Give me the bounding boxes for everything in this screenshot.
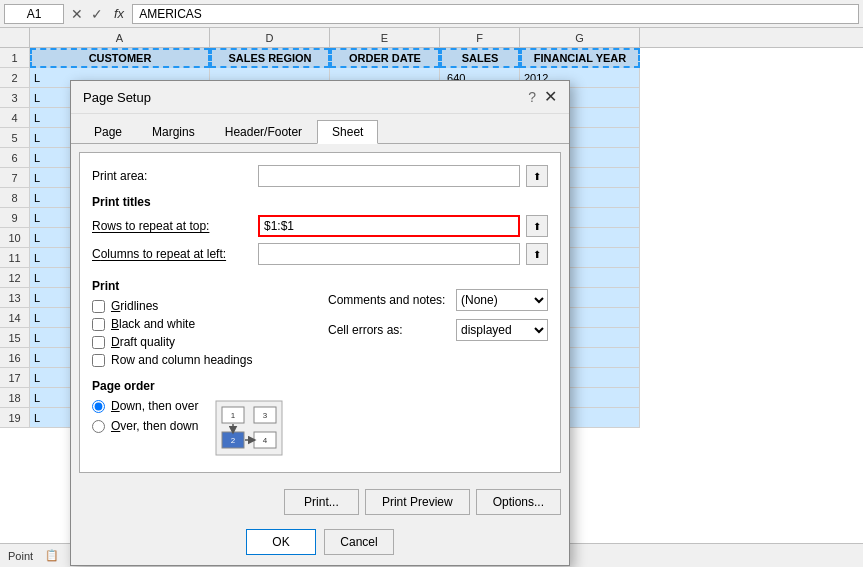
tab-margins[interactable]: Margins [137, 120, 210, 143]
page-order-diagram: 1 3 2 4 [214, 399, 284, 460]
table-row: 1 CUSTOMER SALES REGION ORDER DATE SALES… [0, 48, 863, 68]
rows-repeat-input[interactable] [258, 215, 520, 237]
print-dropdowns-col: Comments and notes: (None) Cell errors a… [328, 271, 548, 371]
page-setup-dialog: Page Setup ? ✕ Page Margins Header/Foote… [70, 80, 570, 566]
row-number: 8 [0, 188, 30, 208]
ok-button[interactable]: OK [246, 529, 316, 555]
tab-sheet[interactable]: Sheet [317, 120, 378, 144]
row-number: 17 [0, 368, 30, 388]
tab-page[interactable]: Page [79, 120, 137, 143]
svg-text:3: 3 [263, 411, 268, 420]
help-icon[interactable]: ? [528, 89, 536, 105]
over-down-row: Over, then down [92, 419, 198, 433]
print-area-input[interactable] [258, 165, 520, 187]
down-over-radio[interactable] [92, 400, 105, 413]
row-number: 6 [0, 148, 30, 168]
row-number: 10 [0, 228, 30, 248]
column-headers: A D E F G [0, 28, 863, 48]
options-button[interactable]: Options... [476, 489, 561, 515]
print-label: Print [92, 279, 312, 293]
row-number: 3 [0, 88, 30, 108]
print-button[interactable]: Print... [284, 489, 359, 515]
row-number: 13 [0, 288, 30, 308]
col-header-a[interactable]: A [30, 28, 210, 47]
row-number: 18 [0, 388, 30, 408]
row-number: 2 [0, 68, 30, 88]
headings-checkbox[interactable] [92, 354, 105, 367]
svg-text:1: 1 [231, 411, 236, 420]
print-area-label: Print area: [92, 169, 252, 183]
blackwhite-checkbox[interactable] [92, 318, 105, 331]
headings-label: Row and column headings [111, 353, 252, 367]
action-button-row: Print... Print Preview Options... [71, 481, 569, 523]
row-number: 19 [0, 408, 30, 428]
down-over-row: Down, then over [92, 399, 198, 413]
cell-errors-select[interactable]: displayed [456, 319, 548, 341]
cancel-button[interactable]: Cancel [324, 529, 394, 555]
dialog-title: Page Setup [83, 90, 151, 105]
formula-icons: ✕ ✓ [68, 6, 106, 22]
over-down-radio[interactable] [92, 420, 105, 433]
rows-repeat-collapse-button[interactable]: ⬆ [526, 215, 548, 237]
row-number: 12 [0, 268, 30, 288]
cell-errors-label: Cell errors as: [328, 323, 448, 337]
row-number: 5 [0, 128, 30, 148]
comments-select[interactable]: (None) [456, 289, 548, 311]
close-icon[interactable]: ✕ [544, 89, 557, 105]
cols-repeat-collapse-button[interactable]: ⬆ [526, 243, 548, 265]
dialog-titlebar: Page Setup ? ✕ [71, 81, 569, 114]
rows-repeat-label: Rows to repeat at top: [92, 219, 252, 233]
formula-input[interactable]: AMERICAS [132, 4, 859, 24]
cols-repeat-input[interactable] [258, 243, 520, 265]
cell-errors-row: Cell errors as: displayed [328, 319, 548, 341]
col-header-d[interactable]: D [210, 28, 330, 47]
print-titles-label: Print titles [92, 195, 548, 209]
gridlines-checkbox[interactable] [92, 300, 105, 313]
page-order-svg: 1 3 2 4 [214, 399, 284, 457]
gridlines-row: Gridlines [92, 299, 312, 313]
row-number: 11 [0, 248, 30, 268]
dialog-bottom-buttons: OK Cancel [71, 523, 569, 565]
fx-label: fx [114, 6, 124, 21]
rows-repeat-row: Rows to repeat at top: ⬆ [92, 215, 548, 237]
col-header-g[interactable]: G [520, 28, 640, 47]
print-area-collapse-button[interactable]: ⬆ [526, 165, 548, 187]
dialog-controls: ? ✕ [528, 89, 557, 105]
row-number: 14 [0, 308, 30, 328]
corner-header [0, 28, 30, 47]
col-header-e[interactable]: E [330, 28, 440, 47]
confirm-formula-icon[interactable]: ✓ [88, 6, 106, 22]
draft-label: Draft quality [111, 335, 175, 349]
cell-g1[interactable]: FINANCIAL YEAR [520, 48, 640, 68]
row-number: 4 [0, 108, 30, 128]
draft-checkbox[interactable] [92, 336, 105, 349]
tab-header-footer[interactable]: Header/Footer [210, 120, 317, 143]
row-number: 16 [0, 348, 30, 368]
cell-a1[interactable]: CUSTOMER [30, 48, 210, 68]
blackwhite-label: Black and white [111, 317, 195, 331]
comments-row: Comments and notes: (None) [328, 289, 548, 311]
cell-f1[interactable]: SALES [440, 48, 520, 68]
col-header-f[interactable]: F [440, 28, 520, 47]
print-checkboxes-col: Print Gridlines Black and white Draft qu… [92, 271, 312, 371]
comments-label: Comments and notes: [328, 293, 448, 307]
cell-d1[interactable]: SALES REGION [210, 48, 330, 68]
formula-bar: A1 ✕ ✓ fx AMERICAS [0, 0, 863, 28]
print-area-row: Print area: ⬆ [92, 165, 548, 187]
tab-bar: Page Margins Header/Footer Sheet [71, 114, 569, 144]
print-preview-button[interactable]: Print Preview [365, 489, 470, 515]
svg-text:2: 2 [231, 436, 236, 445]
page-order-label: Page order [92, 379, 548, 393]
svg-text:4: 4 [263, 436, 268, 445]
blackwhite-row: Black and white [92, 317, 312, 331]
cancel-formula-icon[interactable]: ✕ [68, 6, 86, 22]
cell-reference-box[interactable]: A1 [4, 4, 64, 24]
status-point: Point [8, 550, 33, 562]
gridlines-label: Gridlines [111, 299, 158, 313]
dialog-sheet-content: Print area: ⬆ Print titles Rows to repea… [79, 152, 561, 473]
row-number: 1 [0, 48, 30, 68]
row-number: 9 [0, 208, 30, 228]
status-sheet-icon: 📋 [45, 549, 59, 562]
cell-e1[interactable]: ORDER DATE [330, 48, 440, 68]
over-down-label: Over, then down [111, 419, 198, 433]
